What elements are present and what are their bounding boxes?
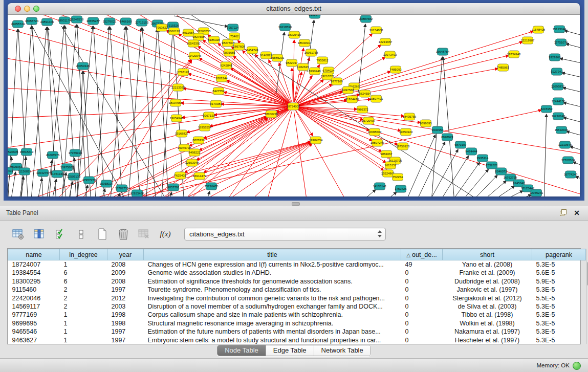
graph-node[interactable]: 8454749 (246, 47, 258, 54)
graph-node[interactable]: 16914479 (193, 172, 207, 180)
graph-node[interactable]: 15818219 (20, 148, 34, 156)
graph-node[interactable]: 1640954 (431, 126, 444, 134)
graph-node[interactable]: 2803144 (215, 75, 228, 82)
column-header-title[interactable]: title (144, 249, 401, 260)
graph-node[interactable]: 12213967 (379, 38, 393, 46)
graph-node[interactable]: 19654923 (399, 128, 413, 136)
graph-node[interactable]: 15276021 (103, 18, 117, 25)
graph-node[interactable]: 17957253 (82, 177, 96, 184)
table-row[interactable]: 946554611997Estimation of the future num… (8, 327, 586, 336)
graph-node[interactable]: 24055724 (11, 20, 25, 28)
graph-node[interactable]: 7955812 (316, 57, 329, 64)
graph-node[interactable]: 16154808 (369, 27, 383, 34)
table-row[interactable]: 1872400712008Changes of HCN gene express… (8, 260, 586, 269)
graph-node[interactable]: 18640910 (298, 39, 312, 47)
graph-node[interactable]: 19384554 (309, 137, 323, 144)
graph-node[interactable]: 11548408 (532, 26, 546, 33)
graph-node[interactable]: 11451941 (51, 170, 64, 178)
function-builder-button[interactable]: f(x) (158, 227, 172, 242)
graph-node[interactable]: 9474444 (465, 148, 477, 155)
graph-node[interactable]: 15720407 (362, 117, 376, 124)
graph-node[interactable]: 75462 (229, 33, 240, 40)
graph-node[interactable]: 17703504 (561, 157, 575, 164)
table-row[interactable]: 946362711997Embryonic stem cells: a mode… (8, 336, 586, 344)
graph-node[interactable]: 16774243 (564, 171, 578, 178)
table-row[interactable]: 969969511998Structural magnetic resonanc… (8, 319, 586, 327)
graph-node[interactable]: 9329966 (549, 54, 561, 61)
graph-node[interactable]: 8131074 (309, 15, 321, 18)
graph-node[interactable]: 20891406 (40, 18, 54, 26)
graph-node[interactable]: 12444150 (552, 98, 565, 105)
graph-node[interactable]: 10655287 (86, 17, 100, 25)
graph-node[interactable]: 10688609 (368, 128, 382, 136)
graph-node[interactable]: 18495756 (403, 113, 417, 120)
graph-node[interactable]: 18724007 (287, 103, 300, 110)
graph-node[interactable]: 10958107 (100, 180, 114, 187)
graph-node[interactable]: 15123044 (553, 26, 567, 33)
table-scrollbar[interactable] (586, 249, 586, 344)
panel-splitter[interactable] (0, 201, 588, 206)
graph-node[interactable]: 9884067 (380, 150, 393, 158)
graph-node[interactable]: 8878332 (192, 137, 205, 144)
table-row[interactable]: 911546021997Tourette syndrome. Phenomeno… (8, 286, 586, 294)
graph-node[interactable]: 19756928 (396, 143, 410, 150)
graph-node[interactable]: 12213363 (171, 84, 185, 91)
graph-node[interactable]: 16961758 (304, 49, 318, 56)
graph-node[interactable]: 15692931 (555, 126, 569, 134)
toggle-rows-button[interactable] (74, 227, 89, 242)
graph-node[interactable]: 21364436 (345, 96, 359, 103)
graph-node[interactable]: 12093832 (551, 83, 565, 90)
table-row[interactable]: 2242004622012Investigating the contribut… (8, 294, 586, 302)
graph-node[interactable]: 752254 (393, 173, 403, 181)
graph-node[interactable]: 16782759 (115, 185, 129, 192)
graph-node[interactable]: 9857791 (167, 184, 180, 191)
graph-node[interactable]: 17359924 (69, 149, 82, 157)
column-header-year[interactable]: year (107, 249, 144, 260)
delete-column-button[interactable] (116, 227, 130, 242)
graph-node[interactable]: 2520605 (8, 148, 18, 156)
graph-node[interactable]: 8215953 (540, 105, 553, 113)
column-header-in_degree[interactable]: in_degree (60, 249, 107, 260)
graph-node[interactable]: 12603948 (185, 159, 199, 166)
tab-edge-table[interactable]: Edge Table (266, 345, 314, 356)
graph-node[interactable]: 9170081 (210, 100, 222, 107)
graph-node[interactable]: 13042757 (36, 169, 50, 177)
graph-node[interactable]: 16648784 (436, 48, 450, 55)
graph-node[interactable]: 7963822 (156, 24, 168, 31)
graph-node[interactable]: 6497568 (342, 86, 354, 94)
graph-node[interactable]: 15751074 (554, 39, 568, 46)
graph-node[interactable]: 12923466 (130, 190, 144, 196)
graph-node[interactable]: 9267130 (203, 112, 215, 119)
graph-node[interactable]: 20053346 (76, 62, 90, 70)
table-row[interactable]: 977716911998Corpus callosum shape and si… (8, 311, 586, 319)
graph-node[interactable]: 18107554 (169, 99, 183, 106)
graph-node[interactable]: 8186328 (208, 36, 220, 43)
delete-table-button[interactable] (137, 227, 151, 242)
graph-node[interactable]: 19166827 (175, 130, 189, 137)
graph-node[interactable]: 8498222 (188, 149, 201, 156)
graph-node[interactable]: 6879197 (454, 141, 467, 148)
graph-node[interactable]: 11156819 (18, 168, 31, 175)
column-header-out_de[interactable]: △out_de... (401, 249, 443, 260)
graph-node[interactable]: 2867608 (233, 43, 245, 50)
graph-node[interactable]: 2718120 (177, 69, 189, 76)
graph-node[interactable]: 7957224 (227, 24, 239, 31)
window-titlebar[interactable]: citations_edges.txt (8, 3, 580, 15)
graph-node[interactable]: 18807249 (371, 139, 384, 146)
graph-node[interactable]: 7532621 (486, 162, 498, 169)
graph-node[interactable]: 10807491 (369, 95, 383, 102)
graph-node[interactable]: 10719155 (135, 19, 149, 26)
graph-node[interactable]: 20887682 (359, 15, 373, 23)
graph-node[interactable]: 19654943 (170, 115, 184, 122)
network-canvas[interactable]: 2405572416055724208914061893117419248538… (8, 15, 580, 196)
graph-node[interactable]: 9875685 (223, 49, 235, 56)
graph-node[interactable]: 22420046 (188, 52, 202, 59)
table-settings-button[interactable] (11, 227, 26, 242)
graph-node[interactable]: 19218596 (278, 24, 292, 31)
graph-node[interactable]: 16353554 (198, 124, 212, 131)
graph-node[interactable]: 3624554 (359, 90, 371, 97)
graph-node[interactable]: 8938923 (441, 134, 453, 141)
graph-node[interactable]: 7485063 (497, 64, 509, 71)
graph-node[interactable]: 14136141 (373, 183, 387, 190)
graph-node[interactable]: 15885201 (271, 54, 285, 61)
